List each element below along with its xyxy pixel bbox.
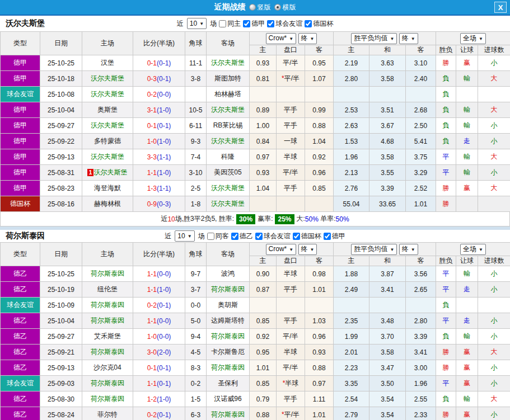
odds-time-select[interactable]: 终 <box>298 244 317 255</box>
away-team-link[interactable]: 荷尔斯泰因 <box>211 285 245 293</box>
away-team-link[interactable]: 荷尔斯泰因 <box>211 364 245 371</box>
away-team-link[interactable]: 圣保利 <box>218 379 238 387</box>
cell-handicap-result <box>456 298 478 313</box>
layout-radio-vertical[interactable]: 竖版 <box>249 3 271 12</box>
cell-corners: 2-5 <box>185 181 207 196</box>
cell-type: 球会友谊 <box>1 298 40 313</box>
home-team-link[interactable]: 荷尔斯泰因 <box>91 348 124 356</box>
home-team-link[interactable]: 赫梅林根 <box>94 200 121 207</box>
away-team-link[interactable]: 沃尔夫斯堡 <box>211 200 245 207</box>
cell-result: 負 <box>436 87 456 102</box>
home-team-link[interactable]: 荷尔斯泰因 <box>91 317 124 324</box>
home-team-link[interactable]: 沙尔克04 <box>93 364 121 371</box>
cell-home-team: 荷尔斯泰因 <box>82 345 133 360</box>
filter-checkbox-0[interactable]: 同主 <box>219 19 241 29</box>
filter-checkbox-input-4[interactable] <box>324 233 331 240</box>
avg-type-select[interactable]: 胜平负均值 <box>351 244 397 255</box>
avg-time-select[interactable]: 终 <box>399 33 418 44</box>
home-team-link[interactable]: 荷尔斯泰因 <box>91 395 124 403</box>
away-team-link[interactable]: 达姆斯塔特 <box>211 317 245 324</box>
away-team-link[interactable]: 柏林赫塔 <box>214 90 241 98</box>
home-team-link[interactable]: 沃尔夫斯堡 <box>91 90 124 98</box>
layout-radio-horizontal[interactable]: 横版 <box>274 3 296 12</box>
cell-result: 平 <box>436 313 456 329</box>
home-team-link[interactable]: 荷尔斯泰因 <box>91 301 124 309</box>
home-team-link[interactable]: 沃尔夫斯堡 <box>94 168 128 176</box>
filter-checkbox-input-1[interactable] <box>243 20 250 27</box>
avg-time-select[interactable]: 终 <box>399 244 418 255</box>
home-team-link[interactable]: 沃尔夫斯堡 <box>91 153 124 161</box>
cell-handicap-result: 赢 <box>456 345 478 360</box>
away-team-link[interactable]: 沃尔夫斯堡 <box>211 137 245 145</box>
avg-type-select[interactable]: 胜平负均值 <box>351 33 397 44</box>
filter-checkbox-input-3[interactable] <box>293 233 300 240</box>
col-result: 胜负 <box>436 256 456 266</box>
close-button[interactable]: X <box>494 2 507 13</box>
fulltime-score: 0-1 <box>147 122 157 130</box>
games-count-select[interactable]: 10 <box>187 18 207 29</box>
filter-checkbox-input-2[interactable] <box>255 233 263 240</box>
away-team-link[interactable]: 奥胡斯 <box>218 301 238 309</box>
away-team-link[interactable]: 波鸿 <box>221 270 235 277</box>
filter-checkbox-2[interactable]: 球会友谊 <box>267 19 302 29</box>
col-odds-home: 主 <box>250 45 277 55</box>
filter-checkbox-input-1[interactable] <box>231 233 238 240</box>
filter-checkbox-0[interactable]: 同客 <box>207 232 229 241</box>
games-count-select[interactable]: 10 <box>175 230 194 242</box>
cell-date: 25-10-09 <box>40 298 82 313</box>
odds-provider-select-label: Crow* <box>269 34 287 43</box>
halftime-score: (1-1) <box>157 185 171 192</box>
filter-checkbox-label-3: 德国杯 <box>301 232 321 241</box>
radio-checked-icon[interactable] <box>274 4 281 11</box>
away-team-link[interactable]: 卡尔斯鲁厄 <box>211 348 245 356</box>
filter-checkbox-4[interactable]: 德甲 <box>324 232 345 241</box>
home-team-link[interactable]: 纽伦堡 <box>97 285 118 293</box>
cell-odds-home: 0.93 <box>250 55 277 71</box>
handicap-text: 平手 <box>284 184 297 192</box>
home-team-link[interactable]: 海登海默 <box>94 184 121 192</box>
away-team-link[interactable]: 美因茨05 <box>214 168 241 176</box>
odds-time-select[interactable]: 终 <box>298 33 317 44</box>
away-team-link[interactable]: 沃尔夫斯堡 <box>211 59 245 67</box>
away-team-link[interactable]: 沃尔夫斯堡 <box>211 106 245 114</box>
cell-handicap-result: 輸 <box>456 149 478 165</box>
away-team-link[interactable]: 汉诺威96 <box>214 395 241 403</box>
home-team-link[interactable]: 汉堡 <box>101 59 114 67</box>
home-team-link[interactable]: 菲尔特 <box>97 410 118 418</box>
filter-checkbox-1[interactable]: 德乙 <box>231 232 253 241</box>
filter-checkbox-input-0[interactable] <box>207 233 214 240</box>
filter-checkbox-1[interactable]: 德甲 <box>243 19 265 29</box>
halftime-score: (1-0) <box>157 286 171 294</box>
away-team-link[interactable]: RB莱比锡 <box>213 121 243 129</box>
away-team-link[interactable]: 沃尔夫斯堡 <box>211 184 245 192</box>
home-team-link[interactable]: 沃尔夫斯堡 <box>91 74 124 82</box>
odds-provider-select[interactable]: Crow* <box>266 244 297 255</box>
filter-checkbox-2[interactable]: 球会友谊 <box>255 232 291 241</box>
filter-checkbox-3[interactable]: 德国杯 <box>293 232 321 241</box>
cell-score: 0-2(0-0) <box>133 87 185 102</box>
odds-group-header: Crow* 终 <box>250 32 334 45</box>
filter-checkbox-input-3[interactable] <box>305 20 312 27</box>
scope-select[interactable]: 全场 <box>460 33 486 44</box>
away-team-link[interactable]: 荷尔斯泰因 <box>211 410 245 418</box>
home-team-link[interactable]: 荷尔斯泰因 <box>91 379 124 387</box>
handicap-text: 半球 <box>285 379 298 387</box>
away-team-link[interactable]: 斯图加特 <box>214 74 241 82</box>
summary-segment: 赢率: <box>258 214 273 224</box>
away-team-link[interactable]: 荷尔斯泰因 <box>211 332 245 340</box>
away-team-link[interactable]: 科隆 <box>221 153 235 161</box>
match-row: 德乙25-10-04荷尔斯泰因1-1(0-0)5-0达姆斯塔特0.85平手1.0… <box>1 313 510 329</box>
cell-corners <box>185 87 207 102</box>
home-team-link[interactable]: 奥斯堡 <box>97 106 118 114</box>
scope-select[interactable]: 全场 <box>460 244 486 255</box>
filter-checkbox-input-2[interactable] <box>267 20 274 27</box>
odds-provider-select[interactable]: Crow* <box>266 33 297 44</box>
filter-checkbox-3[interactable]: 德国杯 <box>305 19 333 29</box>
radio-unchecked-icon[interactable] <box>249 4 256 11</box>
home-team-link[interactable]: 艾禾斯堡 <box>94 332 121 340</box>
home-team-link[interactable]: 荷尔斯泰因 <box>91 270 124 277</box>
filter-checkbox-input-0[interactable] <box>219 20 226 27</box>
home-team-link[interactable]: 多特蒙德 <box>94 137 121 145</box>
home-team-link[interactable]: 沃尔夫斯堡 <box>91 121 124 129</box>
cell-handicap-result-text: 赢 <box>464 348 470 356</box>
